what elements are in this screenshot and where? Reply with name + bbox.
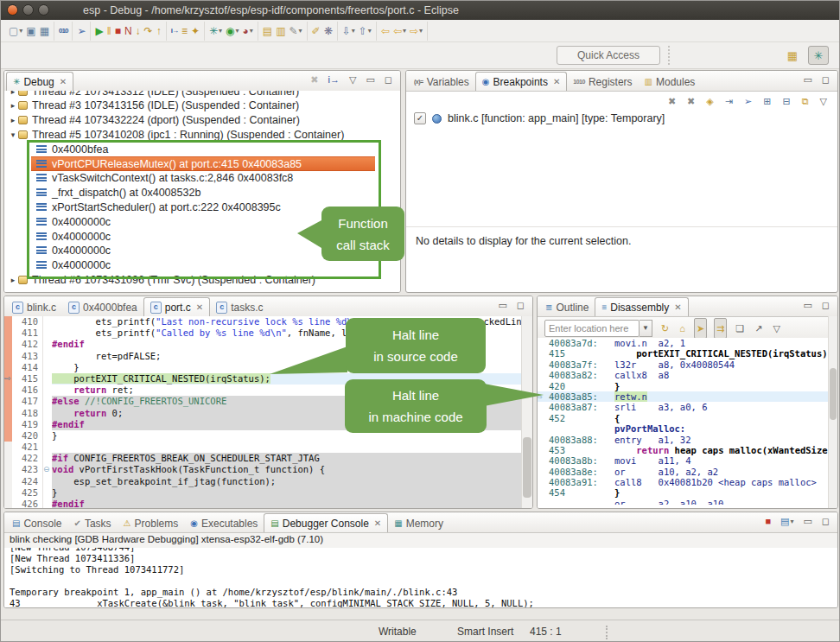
editor-scrollbar[interactable] [521, 316, 532, 508]
breakpoints-remove-breakpoint-button[interactable]: ✖ [666, 92, 678, 110]
disasm-line[interactable]: ⇨40083a85:retw.n [538, 391, 829, 402]
stack-frame-row[interactable]: vPortCPUReleaseMutex() at port.c:415 0x4… [31, 156, 375, 171]
console-tab-console[interactable]: ▤Console [6, 514, 67, 532]
stack-frame-row[interactable]: vTaskSwitchContext() at tasks.c:2,846 0x… [31, 171, 375, 186]
disasm-line[interactable]: 40083a88:entry a1, 32 [538, 435, 829, 445]
disasm-minimize-button[interactable]: ▭ [801, 296, 813, 314]
debug-view-menu-button[interactable]: ▽ [347, 71, 358, 88]
console-maximize-button[interactable]: ◻ [820, 512, 831, 530]
disasm-line[interactable]: 454} [538, 487, 829, 498]
line-number[interactable]: 413 [12, 351, 42, 362]
line-number[interactable]: 418 [12, 408, 42, 419]
debug-instruction-stepping-mode-button[interactable]: i→ [327, 71, 341, 88]
close-icon[interactable]: ✕ [60, 77, 67, 86]
breakpoints-view-menu-button[interactable]: ▽ [818, 92, 829, 110]
line-number[interactable]: 423 [12, 464, 42, 475]
toolbar-back-button[interactable]: ⇦▾ [391, 22, 408, 40]
toolbar-instruction-stepping-button[interactable]: i→ [169, 22, 180, 40]
code-line-423[interactable]: 423⊖void vPortFirstTaskHook(TaskFunction… [4, 464, 522, 475]
toolbar-show-execution-button[interactable]: ≡ [180, 22, 189, 40]
toolbar-step-return-button[interactable]: ↑ [155, 22, 163, 40]
console-tab-problems[interactable]: ⚠Problems [118, 514, 185, 532]
collapse-arrow-icon[interactable]: ▾ [8, 130, 18, 139]
editor-tab-port-c[interactable]: cport.c✕ [143, 297, 210, 316]
code-line-425[interactable]: 425} [4, 487, 522, 499]
line-number[interactable]: 411 [12, 327, 42, 339]
disassembly-listing[interactable]: 40083a7d:movi.n a2, 1415 portEXIT_CRITIC… [538, 338, 829, 508]
toolbar-debug-button[interactable]: ✳▾ [207, 22, 224, 40]
breakpoints-collapse-all-button[interactable]: ⊟ [780, 92, 792, 110]
line-number[interactable]: 415 [12, 373, 42, 385]
disasm-line[interactable]: 40083a7f:l32r a8, 0x40080544 [538, 359, 829, 370]
stack-frame-row[interactable]: 0x4000000c [31, 258, 375, 273]
toolbar-terminate-button[interactable]: ■ [113, 22, 123, 40]
vars-tab-breakpoints[interactable]: ◉Breakpoints✕ [475, 72, 568, 91]
close-icon[interactable]: ✕ [674, 302, 681, 312]
debug-tab-debug[interactable]: ✳Debug✕ [6, 72, 73, 91]
line-number[interactable]: 425 [12, 487, 42, 499]
cpp-perspective-button[interactable]: ▦ [782, 46, 803, 65]
toolbar-next-annotation-button[interactable]: ⇩▾ [340, 22, 357, 40]
expand-arrow-icon[interactable]: ▸ [8, 276, 18, 284]
console-tab-executables[interactable]: ◉Executables [184, 514, 264, 532]
debug-minimize-button[interactable]: ▭ [364, 71, 376, 88]
line-number[interactable]: 416 [12, 385, 42, 396]
thread-row[interactable]: ▸Thread #2 1073413312 (IDLE) (Suspended … [4, 91, 400, 99]
window-close-button[interactable] [7, 4, 18, 16]
toolbar-step-over-button[interactable]: ↷ [143, 22, 155, 40]
disasm-line[interactable]: 40083a8b:movi a11, 4 [538, 455, 829, 466]
vars-tab-modules[interactable]: ▥Modules [639, 73, 702, 91]
disasm-line[interactable]: 40083a8e:or a10, a2, a2 [538, 467, 829, 477]
console-output[interactable]: [New Thread 1073468744][New Thread 10734… [4, 548, 837, 607]
editor-minimize-button[interactable]: ▭ [496, 296, 508, 314]
code-line-421[interactable]: 421 [4, 442, 522, 453]
toolbar-disconnect-button[interactable]: N [123, 22, 134, 40]
stack-frame-row[interactable]: _frxt_dispatch() at 0x4008532b [31, 186, 375, 200]
location-dropdown[interactable]: ▼ [640, 320, 652, 337]
toolbar-step-into-button[interactable]: ↓ [134, 22, 143, 40]
disasm-view-menu-button[interactable]: ▽ [771, 320, 781, 337]
breakpoints-remove-all-breakpoints-button[interactable]: ✖ [685, 92, 697, 110]
debug-perspective-button[interactable]: ✳ [808, 46, 829, 65]
line-number[interactable]: 426 [12, 499, 42, 508]
console-tab-memory[interactable]: ▦Memory [388, 514, 449, 532]
thread-row[interactable]: ▸Thread #6 1073431096 (Tmr Svc) (Suspend… [4, 273, 400, 288]
editor-tab-0x4000bfea[interactable]: c0x4000bfea [62, 298, 143, 316]
breakpoints-show-breakpoints-for-button[interactable]: ◈ [704, 92, 715, 110]
breakpoint-checkbox[interactable]: ✓ [414, 112, 426, 124]
toolbar-profile-button[interactable]: ◕▾ [241, 22, 255, 40]
editor-tab-blink-c[interactable]: cblink.c [6, 298, 62, 316]
disasm-line[interactable]: 453 return heap_caps_malloc(xWantedSize [538, 445, 829, 455]
expand-arrow-icon[interactable]: ▸ [8, 116, 18, 124]
location-input[interactable]: Enter location here [544, 320, 640, 337]
debug-call-stack-tree[interactable]: ▸Thread #2 1073413312 (IDLE) (Suspended … [4, 91, 400, 292]
quick-access-button[interactable]: Quick Access [557, 46, 660, 65]
line-number[interactable]: 412 [12, 339, 42, 350]
disasm-line[interactable]: 420} [538, 381, 829, 391]
toolbar-suspend-button[interactable]: ‖ [105, 22, 113, 40]
disasm-line[interactable]: 452{ [538, 413, 829, 423]
line-number[interactable]: 424 [12, 476, 42, 487]
vars-minimize-button[interactable]: ▭ [801, 71, 813, 88]
line-number[interactable]: 421 [12, 442, 42, 453]
toolbar-new-cpp-project-button[interactable]: ▤ [261, 22, 274, 40]
disasm-maximize-button[interactable]: ◻ [820, 296, 831, 314]
disasm-pin-button[interactable]: ↗ [753, 320, 764, 337]
disasm-open-new-view-button[interactable]: ❏ [734, 320, 746, 337]
debug-remove-all-terminated-button[interactable]: ✖ [309, 71, 320, 88]
window-minimize-button[interactable] [22, 4, 34, 16]
toolbar-resume-button[interactable]: ▶ [93, 22, 105, 40]
toolbar-use-step-filters-button[interactable]: ✦ [189, 22, 201, 40]
toolbar-open-task-button[interactable]: ▥ [274, 22, 287, 40]
line-number[interactable]: 417 [12, 396, 42, 407]
line-number[interactable]: 419 [12, 419, 42, 430]
line-number[interactable]: 414 [12, 362, 42, 373]
line-number[interactable]: 410 [12, 316, 42, 327]
toolbar-save-button[interactable]: ▣ [24, 22, 37, 40]
window-maximize-button[interactable] [38, 4, 49, 16]
disasm-home-button[interactable]: ⌂ [678, 320, 687, 337]
toolbar-search-button[interactable]: ❋ [322, 22, 334, 40]
disasm-tab-outline[interactable]: ≣Outline [539, 298, 595, 316]
toolbar-save-all-button[interactable]: ▦ [38, 22, 51, 40]
console-tab-tasks[interactable]: ✔Tasks [67, 514, 117, 532]
